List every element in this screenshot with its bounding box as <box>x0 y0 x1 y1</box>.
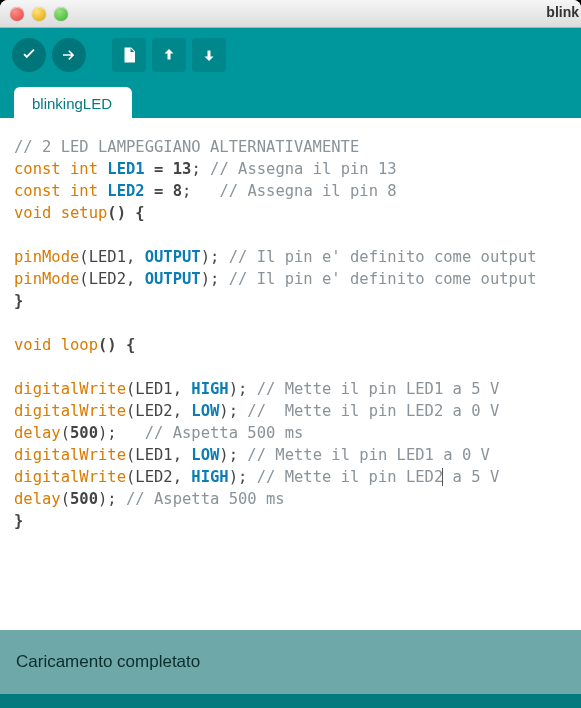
arduino-ide-window: blink blinkingLED // 2 LED LAMPEGGIANO A… <box>0 0 581 708</box>
arrow-right-icon <box>60 46 78 64</box>
code-const: LOW <box>191 446 219 464</box>
verify-button[interactable] <box>12 38 46 72</box>
save-sketch-button[interactable] <box>192 38 226 72</box>
code-text: (LED1, <box>126 380 191 398</box>
code-comment: // 2 LED LAMPEGGIANO ALTERNATIVAMENTE <box>14 138 359 156</box>
open-sketch-button[interactable] <box>152 38 186 72</box>
code-punct: } <box>14 292 23 310</box>
code-text: (LED1, <box>126 446 191 464</box>
code-ident: LED2 <box>107 182 144 200</box>
code-editor[interactable]: // 2 LED LAMPEGGIANO ALTERNATIVAMENTE co… <box>0 118 581 630</box>
tab-label: blinkingLED <box>32 95 112 112</box>
code-text: (LED2, <box>126 468 191 486</box>
titlebar: blink <box>0 0 581 28</box>
code-comment: a 5 V <box>443 468 499 486</box>
code-fn: delay <box>14 424 61 442</box>
code-fn: digitalWrite <box>14 402 126 420</box>
window-controls <box>10 7 68 21</box>
code-fn: setup <box>61 204 108 222</box>
code-text: ); <box>201 248 229 266</box>
code-punct: } <box>14 512 23 530</box>
console-area <box>0 694 581 708</box>
arrow-up-icon <box>160 46 178 64</box>
code-fn: loop <box>61 336 98 354</box>
code-comment: // Mette il pin LED2 a 0 V <box>247 402 499 420</box>
code-text: ); <box>229 468 257 486</box>
code-fn: pinMode <box>14 270 79 288</box>
code-keyword: const int <box>14 160 98 178</box>
code-fn: digitalWrite <box>14 446 126 464</box>
code-const: OUTPUT <box>145 248 201 266</box>
code-const: LOW <box>191 402 219 420</box>
tab-bar: blinkingLED <box>0 82 581 118</box>
code-num: 13 <box>173 160 192 178</box>
code-fn: digitalWrite <box>14 380 126 398</box>
toolbar <box>0 28 581 82</box>
code-op: = <box>154 182 163 200</box>
code-text: ); <box>219 446 247 464</box>
code-text: ( <box>61 424 70 442</box>
code-comment: // Il pin e' definito come output <box>229 248 537 266</box>
code-text: ( <box>61 490 70 508</box>
code-text: ); <box>219 402 247 420</box>
code-const: OUTPUT <box>145 270 201 288</box>
code-comment: // Mette il pin LED1 a 0 V <box>247 446 490 464</box>
code-text: ); <box>98 424 145 442</box>
code-comment: // Assegna il pin 13 <box>210 160 397 178</box>
code-text: ); <box>229 380 257 398</box>
code-keyword: const int <box>14 182 98 200</box>
code-fn: digitalWrite <box>14 468 126 486</box>
code-comment: // Il pin e' definito come output <box>229 270 537 288</box>
code-ident: LED1 <box>107 160 144 178</box>
code-text: (LED2, <box>79 270 144 288</box>
code-fn: pinMode <box>14 248 79 266</box>
code-punct: ; <box>191 160 200 178</box>
code-comment: // Aspetta 500 ms <box>145 424 304 442</box>
code-punct: ; <box>182 182 210 200</box>
code-keyword: void <box>14 204 51 222</box>
code-op: = <box>154 160 163 178</box>
code-text: ); <box>201 270 229 288</box>
code-num: 500 <box>70 490 98 508</box>
file-icon <box>120 46 138 64</box>
check-icon <box>20 46 38 64</box>
code-num: 500 <box>70 424 98 442</box>
code-comment: // Aspetta 500 ms <box>126 490 285 508</box>
minimize-button[interactable] <box>32 7 46 21</box>
window-title: blink <box>546 4 581 20</box>
close-button[interactable] <box>10 7 24 21</box>
code-comment: // Mette il pin LED1 a 5 V <box>257 380 500 398</box>
code-text: (LED2, <box>126 402 191 420</box>
code-const: HIGH <box>191 380 228 398</box>
new-sketch-button[interactable] <box>112 38 146 72</box>
zoom-button[interactable] <box>54 7 68 21</box>
code-punct: () { <box>107 204 144 222</box>
status-bar: Caricamento completato <box>0 630 581 694</box>
code-keyword: void <box>14 336 51 354</box>
code-comment: // Assegna il pin 8 <box>219 182 396 200</box>
arrow-down-icon <box>200 46 218 64</box>
code-fn: delay <box>14 490 61 508</box>
tab-blinkingled[interactable]: blinkingLED <box>14 87 132 118</box>
upload-button[interactable] <box>52 38 86 72</box>
code-punct: () { <box>98 336 135 354</box>
status-text: Caricamento completato <box>16 652 200 672</box>
code-const: HIGH <box>191 468 228 486</box>
code-num: 8 <box>173 182 182 200</box>
code-text: (LED1, <box>79 248 144 266</box>
code-text: ); <box>98 490 126 508</box>
code-comment: // Mette il pin LED2 <box>257 468 444 486</box>
